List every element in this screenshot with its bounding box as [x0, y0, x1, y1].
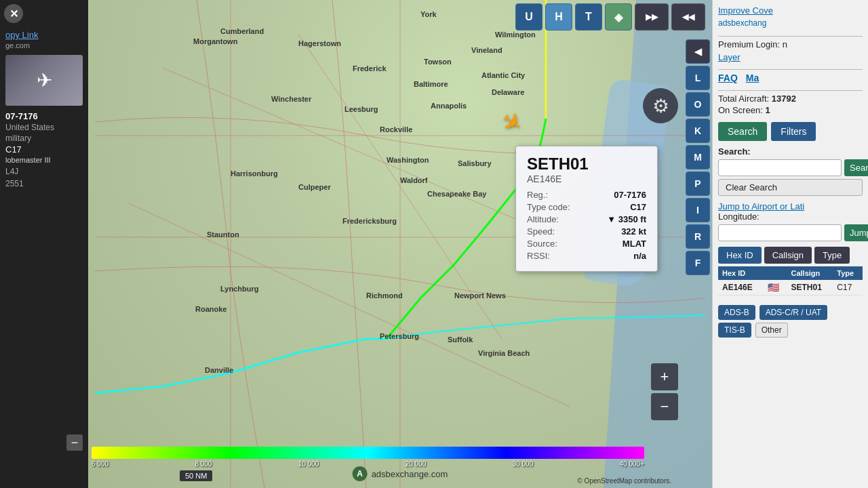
tis-b-button[interactable]: TIS-B [718, 323, 751, 338]
premium-login: Premium Login: n [718, 39, 863, 49]
hex-tabs: Hex ID Callsign Type [718, 247, 863, 264]
on-screen-value: 1 [765, 105, 770, 115]
search-section: Search: Sear Clear Search [718, 146, 863, 196]
hex-id-tab[interactable]: Hex ID [718, 247, 762, 264]
side-l-button[interactable]: L [686, 66, 710, 90]
result-hex: AE146E [718, 280, 764, 296]
close-button[interactable]: ✕ [4, 4, 23, 23]
watermark-text: adsbexchange.com [372, 469, 448, 479]
total-aircraft-value: 13792 [772, 94, 796, 104]
search-go-button[interactable]: Sear [844, 159, 868, 176]
divider-1 [718, 36, 863, 37]
search-label: Search: [718, 146, 863, 157]
type-tab[interactable]: Type [814, 247, 850, 264]
h-button[interactable]: H [545, 3, 572, 30]
aircraft-image: ✈ [5, 55, 83, 106]
side-back-button[interactable]: ◀ [686, 39, 710, 64]
popup-type-label: Type code: [527, 202, 570, 212]
nm-scale-badge: 50 NM [180, 470, 212, 481]
popup-speed-value: 322 kt [621, 226, 646, 237]
side-r-button[interactable]: R [686, 224, 710, 249]
side-k-button[interactable]: K [686, 119, 710, 143]
left-role: military [5, 134, 83, 143]
result-flag: 🇺🇸 [764, 280, 787, 296]
left-squawk2: 2551 [5, 179, 83, 188]
table-row[interactable]: AE146E 🇺🇸 SETH01 C17 [718, 280, 863, 296]
color-bar-gradient [92, 447, 644, 459]
ads-b-button[interactable]: ADS-B [718, 305, 755, 320]
search-row: Sear [718, 159, 863, 176]
u-button[interactable]: U [515, 3, 542, 30]
adsbexchange-link[interactable]: adsbexchang [718, 18, 863, 28]
side-m-button[interactable]: M [686, 145, 710, 169]
side-i-button[interactable]: I [686, 198, 710, 222]
watermark-logo: A [353, 466, 368, 481]
side-navigation: ◀ L O K M P I R F [684, 37, 712, 277]
divider-3 [718, 90, 863, 91]
map-area[interactable]: York Cumberland Morgantown Hagerstown Wi… [88, 0, 712, 488]
on-screen-stat: On Screen: 1 [718, 105, 863, 115]
callsign-tab[interactable]: Callsign [764, 247, 812, 264]
nav-back-button[interactable]: ◀◀ [671, 3, 705, 30]
jump-label[interactable]: Jump to Airport or Lati [718, 201, 863, 211]
zoom-in-button[interactable]: + [651, 363, 678, 390]
faq-link[interactable]: FAQ [718, 73, 738, 83]
layers-button[interactable]: ◈ [605, 3, 632, 30]
other-button[interactable]: Other [755, 323, 788, 338]
result-callsign: SETH01 [787, 280, 833, 296]
popup-altitude-value: ▼ 3350 ft [607, 214, 646, 224]
website-link: ge.com [5, 41, 83, 49]
zoom-out-button[interactable]: − [651, 393, 678, 420]
popup-rssi-label: RSSI: [527, 251, 550, 261]
side-p-button[interactable]: P [686, 171, 710, 196]
col-callsign: Callsign [787, 266, 833, 280]
ads-filter-row: ADS-B ADS-C/R / UAT [718, 305, 863, 320]
popup-icao: AE146E [527, 174, 646, 184]
left-type: C17 [5, 144, 83, 155]
popup-altitude-label: Altitude: [527, 214, 559, 224]
settings-icon[interactable]: ⚙ [643, 88, 678, 123]
layer-link[interactable]: Layer [718, 52, 863, 62]
popup-reg-label: Reg.: [527, 190, 548, 200]
clear-search-button[interactable]: Clear Search [718, 179, 863, 196]
nav-forward-button[interactable]: ▶▶ [635, 3, 669, 30]
on-screen-label: On Screen: [718, 105, 763, 115]
improve-coverage-link[interactable]: Improve Cove [718, 5, 863, 16]
filters-button[interactable]: Filters [771, 122, 816, 141]
altitude-color-bar: 6 000 8 000 10 000 20 000 30 000 40 000+ [92, 447, 644, 468]
aircraft-popup: SETH01 AE146E Reg.: 07-7176 Type code: C… [515, 146, 658, 272]
watermark: A adsbexchange.com [353, 466, 448, 481]
popup-type-value: C17 [630, 202, 646, 212]
col-hex: Hex ID [718, 266, 764, 280]
popup-rssi-value: n/a [633, 251, 646, 261]
total-aircraft-label: Total Aircraft: [718, 94, 769, 104]
search-button[interactable]: Search [718, 122, 767, 141]
side-o-button[interactable]: O [686, 92, 710, 117]
copy-link[interactable]: opy Link [5, 30, 83, 40]
left-squawk1: L4J [5, 167, 83, 176]
col-type: Type [833, 266, 863, 280]
zoom-controls: + − [651, 363, 678, 420]
jump-section: Jump to Airport or Lati Longitude: Jump [718, 201, 863, 241]
t-button[interactable]: T [575, 3, 602, 30]
side-f-button[interactable]: F [686, 251, 710, 275]
col-flag [764, 266, 787, 280]
map-toolbar: U H T ◈ ▶▶ ◀◀ [88, 3, 712, 30]
ads-cr-button[interactable]: ADS-C/R / UAT [760, 305, 827, 320]
left-sidebar: ✕ opy Link ge.com ✈ 07-7176 United State… [0, 0, 88, 488]
search-input[interactable] [718, 159, 842, 176]
jump-input[interactable] [718, 224, 842, 241]
divider-2 [718, 69, 863, 70]
jump-button[interactable]: Jump [844, 224, 868, 241]
search-filter-buttons: Search Filters [718, 122, 863, 141]
left-country: United States [5, 123, 83, 132]
ads-filter-section: ADS-B ADS-C/R / UAT TIS-B Other [718, 305, 863, 338]
map-link[interactable]: Ma [746, 73, 759, 83]
total-aircraft-stat: Total Aircraft: 13792 [718, 94, 863, 104]
result-type: C17 [833, 280, 863, 296]
popup-reg-value: 07-7176 [614, 190, 646, 200]
aircraft-thumbnail: ✈ [5, 55, 83, 106]
zoom-minus-left[interactable]: − [66, 434, 83, 451]
right-panel: Improve Cove adsbexchang Premium Login: … [712, 0, 868, 488]
longitude-label: Longitude: [718, 211, 863, 222]
